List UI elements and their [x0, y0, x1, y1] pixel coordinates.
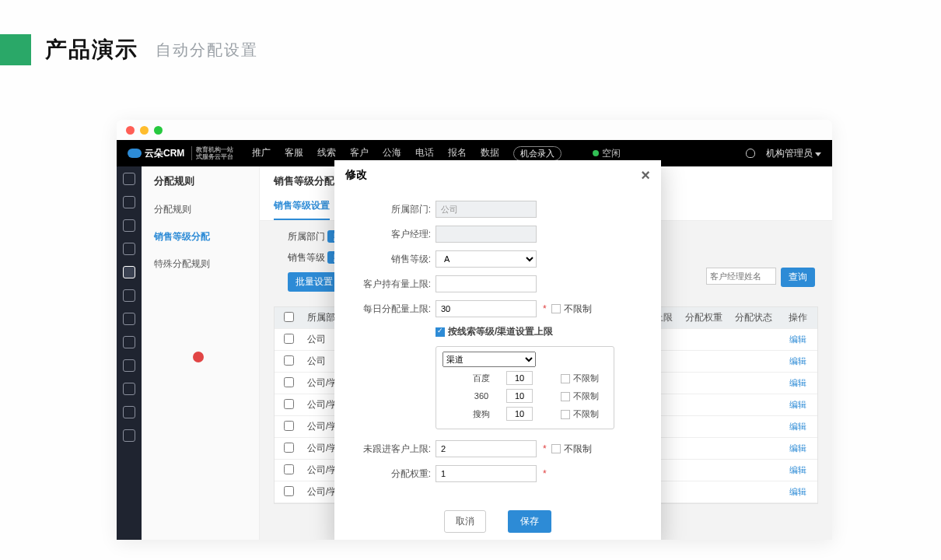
filter-level-label: 销售等级	[288, 252, 325, 263]
page-title: 产品演示	[45, 35, 138, 65]
brand-name: 云朵CRM	[145, 147, 184, 160]
row-checkbox[interactable]	[284, 486, 294, 496]
nav-data[interactable]: 数据	[481, 146, 499, 161]
row-checkbox[interactable]	[284, 334, 294, 344]
channel-row: 搜狗不限制	[466, 407, 607, 421]
search-input[interactable]	[706, 268, 776, 285]
app-window: 云朵CRM 教育机构一站式服务云平台 推广 客服 线索 客户 公海 电话 报名 …	[117, 120, 832, 540]
window-controls	[117, 120, 832, 140]
edit-link[interactable]: 编辑	[789, 443, 806, 453]
row-checkbox[interactable]	[284, 355, 294, 366]
edit-link[interactable]: 编辑	[789, 465, 806, 474]
row-checkbox[interactable]	[284, 464, 294, 474]
nolimit-daily-label: 不限制	[564, 303, 592, 316]
rail-icon-2[interactable]	[123, 196, 135, 208]
lbl-manager: 客户经理:	[353, 228, 436, 241]
channel-nolimit-label: 不限制	[573, 409, 599, 418]
rail-icon-3[interactable]	[123, 219, 135, 232]
bell-icon[interactable]	[746, 149, 755, 158]
field-hold[interactable]	[436, 275, 537, 292]
page-header: 产品演示 自动分配设置	[0, 0, 941, 65]
nav-call[interactable]: 电话	[415, 146, 434, 161]
rail-icon-1[interactable]	[123, 173, 135, 185]
edit-modal: 修改 × 所属部门: 客户经理: 销售等级: A 客户持有量上限: 每日分配量上…	[334, 160, 661, 540]
rail-icon-8[interactable]	[123, 336, 135, 348]
channel-row: 百度不限制	[466, 371, 607, 385]
channel-name: 百度	[466, 373, 497, 384]
edit-link[interactable]: 编辑	[789, 378, 806, 387]
sidebar-item-level[interactable]: 销售等级分配	[142, 223, 259, 250]
batch-button[interactable]: 批量设置	[288, 272, 341, 292]
close-icon[interactable]: ×	[641, 170, 650, 180]
nav-signup[interactable]: 报名	[448, 146, 467, 161]
nav-cust[interactable]: 客户	[350, 146, 369, 161]
field-weight[interactable]	[436, 465, 537, 482]
edit-link[interactable]: 编辑	[789, 400, 806, 409]
tab-level-settings[interactable]: 销售等级设置	[274, 193, 330, 220]
rail-icon-6[interactable]	[123, 289, 135, 302]
bychannel-check[interactable]	[436, 327, 445, 337]
nav-service[interactable]: 客服	[285, 146, 303, 161]
nav-sea[interactable]: 公海	[383, 146, 401, 161]
channel-nolimit-label: 不限制	[573, 373, 599, 383]
channel-select[interactable]: 渠道	[443, 352, 536, 367]
edit-link[interactable]: 编辑	[789, 422, 806, 431]
rail-icon-9[interactable]	[123, 359, 135, 372]
lbl-level: 销售等级:	[353, 253, 436, 266]
channel-nolimit-check[interactable]	[561, 392, 570, 401]
rail-icon-11[interactable]	[123, 406, 135, 418]
field-level[interactable]: A	[436, 250, 537, 268]
channel-value[interactable]	[506, 389, 533, 403]
opportunity-pill[interactable]: 机会录入	[513, 146, 561, 161]
presence-status: 空闲	[593, 147, 621, 160]
role-menu[interactable]: 机构管理员	[766, 147, 821, 160]
select-all-checkbox[interactable]	[284, 312, 294, 322]
channel-nolimit-check[interactable]	[561, 374, 570, 383]
lbl-pending: 未跟进客户上限:	[353, 443, 436, 456]
nav-leads[interactable]: 线索	[317, 146, 336, 161]
sidebar-heading: 分配规则	[142, 166, 259, 196]
lbl-hold: 客户持有量上限:	[353, 278, 436, 291]
row-checkbox[interactable]	[284, 399, 294, 409]
filter-dept-label: 所属部门	[288, 231, 325, 242]
status-dot-icon	[593, 150, 599, 156]
channel-name: 360	[466, 391, 497, 401]
field-daily[interactable]	[436, 300, 537, 317]
nolimit-daily-check[interactable]	[551, 304, 561, 313]
rail-icon-5[interactable]	[123, 266, 135, 278]
rail-icon-7[interactable]	[123, 313, 135, 325]
nolimit-pending-check[interactable]	[551, 444, 561, 453]
edit-link[interactable]: 编辑	[789, 487, 806, 496]
row-checkbox[interactable]	[284, 377, 294, 387]
search-button[interactable]: 查询	[781, 268, 815, 287]
field-manager	[436, 226, 537, 243]
row-checkbox[interactable]	[284, 443, 294, 453]
save-button[interactable]: 保存	[508, 510, 551, 533]
rail-icon-12[interactable]	[123, 429, 135, 442]
left-rail	[117, 166, 142, 540]
row-checkbox[interactable]	[284, 421, 294, 431]
close-dot[interactable]	[126, 126, 135, 135]
channel-nolimit-check[interactable]	[561, 410, 570, 419]
max-dot[interactable]	[154, 126, 163, 135]
col-weight: 分配权重	[679, 311, 729, 324]
rail-icon-10[interactable]	[123, 383, 135, 395]
channel-nolimit-label: 不限制	[573, 391, 599, 401]
nav-promo[interactable]: 推广	[252, 146, 271, 161]
bychannel-label: 按线索等级/渠道设置上限	[448, 325, 553, 338]
rail-icon-4[interactable]	[123, 243, 135, 255]
sidebar-item-rules[interactable]: 分配规则	[142, 196, 259, 223]
min-dot[interactable]	[140, 126, 149, 135]
cloud-icon	[128, 149, 142, 158]
channel-value[interactable]	[506, 407, 533, 421]
edit-link[interactable]: 编辑	[789, 334, 806, 344]
sidebar-item-special[interactable]: 特殊分配规则	[142, 250, 259, 278]
col-state: 分配状态	[729, 311, 778, 324]
cancel-button[interactable]: 取消	[444, 510, 486, 533]
edit-link[interactable]: 编辑	[789, 356, 806, 366]
nav-links: 推广 客服 线索 客户 公海 电话 报名 数据 机会录入	[252, 146, 561, 161]
channel-value[interactable]	[506, 371, 533, 385]
field-pending[interactable]	[436, 440, 537, 457]
nolimit-pending-label: 不限制	[564, 443, 592, 456]
brand-tagline: 教育机构一站式服务云平台	[191, 146, 233, 160]
